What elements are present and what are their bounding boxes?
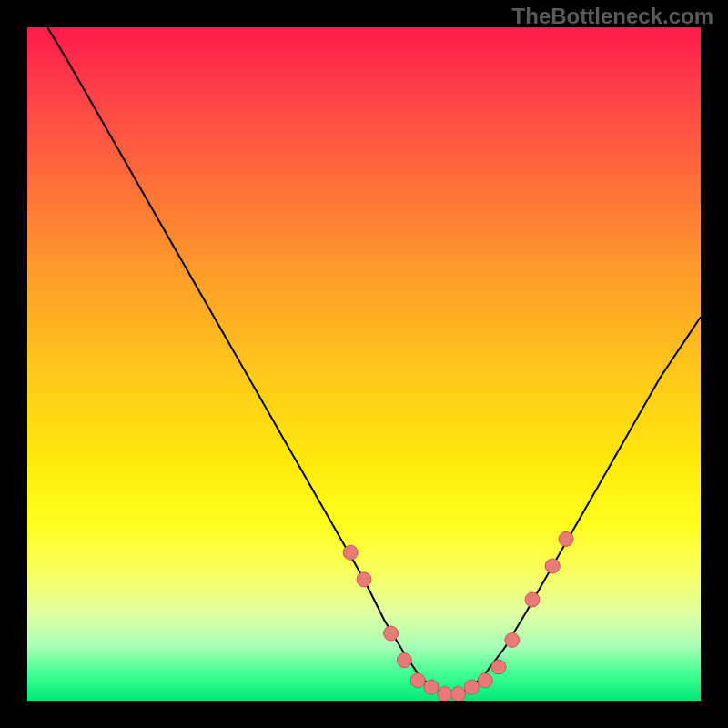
data-point [438, 687, 452, 701]
data-point [525, 592, 540, 607]
data-point [424, 680, 439, 694]
chart-svg [27, 27, 701, 701]
data-point [559, 531, 573, 546]
data-point [545, 559, 560, 573]
data-points [343, 531, 573, 701]
data-point [410, 673, 425, 688]
data-point [397, 653, 411, 668]
bottleneck-curve [47, 27, 701, 694]
data-point [491, 660, 506, 674]
data-point [384, 626, 399, 641]
data-point [451, 687, 466, 701]
data-point [505, 632, 520, 647]
data-point [343, 545, 358, 560]
data-point [357, 572, 371, 587]
curve-path [47, 27, 701, 694]
data-point [478, 673, 492, 688]
data-point [464, 680, 479, 694]
chart-container: TheBottleneck.com [0, 0, 728, 728]
watermark-text: TheBottleneck.com [512, 4, 713, 29]
